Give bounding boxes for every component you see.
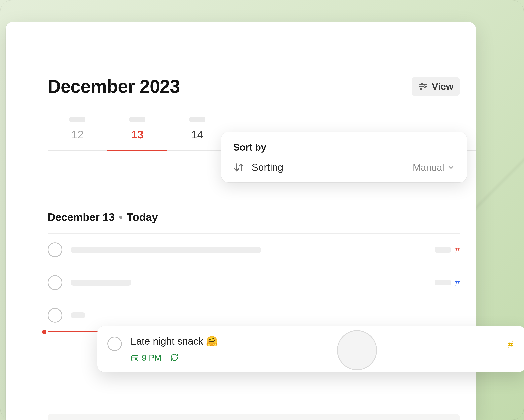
svg-rect-6: [131, 356, 138, 361]
project-hash-icon: #: [455, 277, 460, 288]
dow-placeholder: [70, 117, 86, 122]
task-title: Late night snack 🤗: [131, 335, 218, 347]
task-list: # #: [48, 233, 460, 331]
dow-placeholder: [129, 117, 145, 122]
overdue-section-placeholder: [48, 414, 460, 420]
view-button[interactable]: View: [411, 77, 460, 96]
sort-popover: Sort by Sorting Manual: [221, 132, 467, 182]
date-cell-today[interactable]: 13: [107, 117, 167, 151]
sort-option-row[interactable]: Sorting Manual: [233, 162, 455, 173]
date-number: 13: [131, 128, 144, 141]
date-number: 14: [191, 128, 203, 141]
date-cell-next[interactable]: 14: [167, 117, 227, 151]
svg-point-5: [420, 88, 422, 90]
task-row[interactable]: #: [48, 266, 460, 299]
view-button-label: View: [432, 81, 453, 92]
repeat-icon: [170, 353, 179, 362]
project-placeholder: [435, 247, 451, 253]
sort-popover-title: Sort by: [233, 142, 455, 153]
task-title-placeholder: [71, 279, 131, 286]
svg-rect-8: [135, 358, 137, 360]
day-heading: December 13 • Today: [48, 211, 476, 223]
task-row[interactable]: #: [48, 233, 460, 266]
date-cell-prev[interactable]: 12: [48, 117, 107, 151]
sort-option-value: Manual: [413, 162, 455, 173]
dow-placeholder: [189, 117, 205, 122]
task-checkbox[interactable]: [48, 242, 62, 257]
svg-point-3: [424, 86, 426, 87]
svg-point-1: [421, 83, 423, 85]
calendar-icon: [131, 354, 139, 362]
emoji: 🤗: [206, 337, 218, 346]
task-title-placeholder: [71, 247, 261, 253]
project-hash-icon: #: [508, 339, 513, 350]
task-checkbox[interactable]: [48, 275, 62, 290]
task-checkbox[interactable]: [48, 308, 62, 323]
page-title: December 2023: [48, 76, 180, 97]
sort-option-label: Sorting: [252, 162, 283, 173]
task-checkbox[interactable]: [107, 337, 122, 351]
project-placeholder: [435, 280, 451, 285]
dragging-task-card[interactable]: Late night snack 🤗 9 PM: [97, 326, 524, 372]
date-number: 12: [71, 128, 84, 141]
project-hash-icon: #: [455, 244, 460, 255]
chevron-down-icon: [447, 163, 455, 171]
app-window: December 2023 View 12 13 14: [6, 22, 476, 420]
sliders-icon: [418, 82, 428, 91]
task-title-placeholder: [71, 312, 85, 318]
task-time: 9 PM: [131, 353, 161, 363]
drag-cursor-indicator: [337, 330, 377, 370]
dragging-task-area: Late night snack 🤗 9 PM: [48, 336, 518, 400]
sort-arrows-icon: [233, 162, 245, 173]
